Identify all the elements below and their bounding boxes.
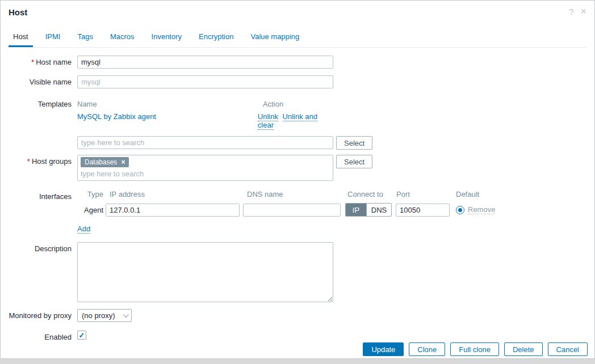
template-search-input[interactable]	[77, 136, 333, 149]
visible-name-row: Visible name	[9, 75, 586, 88]
connect-to-dns-option[interactable]: DNS	[366, 204, 391, 216]
host-name-label: *Host name	[9, 56, 72, 69]
chevron-down-icon	[123, 312, 129, 318]
enabled-checkbox[interactable]: ✓	[77, 331, 86, 340]
connect-to-ip-option[interactable]: IP	[346, 204, 366, 216]
host-groups-search-placeholder[interactable]: type here to search	[81, 170, 329, 178]
help-icon[interactable]: ?	[569, 7, 573, 17]
interfaces-row: Interfaces Type IP address DNS name Conn…	[9, 190, 586, 233]
template-row: MySQL by Zabbix agent Unlink Unlink and …	[77, 112, 333, 129]
update-button[interactable]: Update	[363, 342, 404, 356]
interfaces-col-type: Type	[77, 190, 103, 198]
description-textarea[interactable]	[77, 242, 333, 302]
templates-col-name: Name	[77, 100, 263, 108]
interfaces-col-connect-to: Connect to	[345, 190, 392, 198]
host-groups-select-button[interactable]: Select	[336, 155, 372, 168]
templates-row: Templates Name Action MySQL by Zabbix ag…	[9, 98, 586, 150]
proxy-select-value: (no proxy)	[82, 311, 115, 320]
interface-row-agent: Agent IP DNS Remove	[77, 203, 495, 217]
chip-remove-icon[interactable]: ×	[121, 158, 125, 166]
monitored-by-proxy-row: Monitored by proxy (no proxy)	[9, 309, 586, 322]
interfaces-col-port: Port	[396, 190, 450, 198]
close-icon[interactable]: ×	[580, 7, 586, 17]
proxy-select[interactable]: (no proxy)	[77, 309, 132, 322]
tab-encryption[interactable]: Encryption	[194, 29, 238, 47]
connect-to-toggle: IP DNS	[345, 203, 392, 217]
add-interface-link[interactable]: Add	[77, 225, 90, 234]
cancel-button[interactable]: Cancel	[548, 342, 588, 356]
full-clone-button[interactable]: Full clone	[450, 342, 499, 356]
visible-name-input[interactable]	[77, 75, 333, 88]
interface-dns-input[interactable]	[243, 204, 341, 217]
enabled-label: Enabled	[9, 331, 72, 341]
template-select-button[interactable]: Select	[336, 136, 372, 150]
tab-host[interactable]: Host	[9, 29, 33, 47]
template-link[interactable]: MySQL by Zabbix agent	[77, 112, 156, 121]
host-name-row: *Host name	[9, 56, 586, 69]
interfaces-col-dns: DNS name	[243, 190, 341, 198]
description-row: Description	[9, 242, 586, 302]
interfaces-col-ip: IP address	[106, 190, 240, 198]
tab-tags[interactable]: Tags	[73, 29, 97, 47]
description-label: Description	[9, 242, 72, 302]
clone-button[interactable]: Clone	[409, 342, 445, 356]
visible-name-label: Visible name	[9, 75, 72, 88]
delete-button[interactable]: Delete	[504, 342, 543, 356]
unlink-link[interactable]: Unlink	[258, 112, 278, 121]
tab-inventory[interactable]: Inventory	[147, 29, 186, 47]
dialog-title: Host	[9, 7, 27, 17]
host-group-chip-label: Databases	[85, 158, 117, 166]
host-name-input[interactable]	[77, 56, 333, 69]
interface-port-input[interactable]	[396, 204, 450, 217]
monitored-by-proxy-label: Monitored by proxy	[9, 309, 72, 322]
templates-col-action: Action	[263, 100, 283, 108]
host-groups-row: *Host groups Databases × type here to se…	[9, 155, 586, 181]
host-group-chip: Databases ×	[81, 157, 129, 167]
tab-macros[interactable]: Macros	[106, 29, 139, 47]
required-marker: *	[27, 157, 30, 166]
tab-value-mapping[interactable]: Value mapping	[246, 29, 304, 47]
dialog-header: Host ? ×	[1, 1, 594, 17]
default-interface-radio[interactable]	[456, 206, 464, 214]
interfaces-label: Interfaces	[9, 190, 72, 233]
host-groups-multiselect[interactable]: Databases × type here to search	[77, 155, 333, 181]
interface-remove-link[interactable]: Remove	[468, 205, 495, 214]
interface-type-label: Agent	[77, 206, 103, 214]
enabled-row: Enabled ✓	[9, 331, 586, 341]
required-marker: *	[31, 58, 34, 66]
interface-ip-input[interactable]	[106, 204, 240, 217]
tab-ipmi[interactable]: IPMI	[41, 29, 65, 47]
tab-bar: Host IPMI Tags Macros Inventory Encrypti…	[9, 29, 586, 48]
interfaces-col-default: Default	[456, 190, 479, 198]
templates-label: Templates	[9, 98, 72, 150]
host-dialog: Host ? × Host IPMI Tags Macros Inventory…	[0, 0, 595, 359]
host-groups-label: *Host groups	[9, 155, 72, 181]
dialog-footer: Update Clone Full clone Delete Cancel	[363, 342, 588, 356]
